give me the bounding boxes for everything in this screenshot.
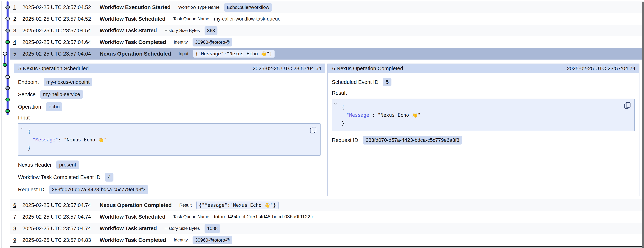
event-detail-label: History Size Bytes bbox=[164, 226, 200, 231]
json-key: "Message" bbox=[346, 112, 372, 118]
result-label: Result bbox=[332, 90, 635, 96]
nexus-operation-scheduled-panel: 5 Nexus Operation Scheduled 2025-02-25 U… bbox=[14, 63, 325, 196]
json-value: : "Nexus Echo 👋" bbox=[58, 137, 107, 143]
timeline-dot-event-8[interactable] bbox=[6, 86, 10, 90]
timeline-dot-event-10[interactable] bbox=[6, 109, 10, 113]
event-id-link[interactable]: 9 bbox=[13, 237, 17, 243]
event-row-9[interactable]: 9 2025-02-25 UTC 23:57:04.83 Workflow Ta… bbox=[10, 234, 642, 246]
event-detail-label: Input bbox=[179, 51, 188, 56]
next-row-top-border bbox=[10, 246, 642, 248]
json-value: : "Nexus Echo 👋" bbox=[372, 112, 420, 118]
event-timestamp: 2025-02-25 UTC 23:57:04.74 bbox=[22, 214, 100, 220]
panel-header: 6 Nexus Operation Completed 2025-02-25 U… bbox=[328, 64, 639, 73]
event-timestamp: 2025-02-25 UTC 23:57:04.54 bbox=[22, 27, 100, 33]
field-value-badge: my-hello-service bbox=[40, 90, 83, 99]
request-id-field: Request ID 283fd070-d57a-4423-bdca-c5c77… bbox=[18, 185, 320, 194]
event-type: Workflow Task Completed bbox=[100, 39, 166, 45]
field-value-badge: echo bbox=[46, 102, 62, 111]
event-id-link[interactable]: 1 bbox=[13, 4, 17, 10]
wft-completed-event-id-field: Workflow Task Completed Event ID 4 bbox=[18, 173, 320, 182]
event-id-link[interactable]: 8 bbox=[13, 226, 17, 232]
input-label: Input bbox=[18, 115, 320, 121]
field-label: Nexus Header bbox=[18, 162, 52, 168]
timeline-dot-event-2[interactable] bbox=[6, 17, 10, 20]
field-value-badge: 4 bbox=[105, 173, 114, 182]
event-input-json-badge: {"Message":"Nexus Echo 👋"} bbox=[193, 50, 274, 57]
field-value-badge: 283fd070-d57a-4423-bdca-c5c779e6a3f3 bbox=[49, 185, 148, 194]
json-brace: } bbox=[28, 145, 31, 151]
event-row-8[interactable]: 8 2025-02-25 UTC 23:57:04.74 Workflow Ta… bbox=[10, 223, 642, 234]
event-row-7[interactable]: 7 2025-02-25 UTC 23:57:04.74 Workflow Ta… bbox=[10, 211, 642, 223]
event-detail-label: Task Queue Name bbox=[173, 214, 209, 219]
event-detail-label: Result bbox=[179, 203, 192, 208]
result-json-viewer: { "Message": "Nexus Echo 👋" } bbox=[332, 99, 635, 131]
field-value-badge: 283fd070-d57a-4423-bdca-c5c779e6a3f3 bbox=[363, 136, 462, 145]
event-detail-value-badge: EchoCallerWorkflow bbox=[224, 3, 272, 12]
timeline-dot-event-4[interactable] bbox=[6, 40, 10, 44]
service-field: Service my-hello-service bbox=[18, 90, 320, 99]
event-id-link[interactable]: 2 bbox=[13, 16, 17, 22]
json-brace: } bbox=[342, 121, 344, 126]
vertical-scrollbar[interactable] bbox=[642, 1, 644, 248]
event-id-link[interactable]: 4 bbox=[13, 39, 17, 45]
task-queue-link[interactable]: totoro:f494fecf-2d51-4d48-bdcd-036a0f912… bbox=[214, 214, 314, 220]
panel-title: 6 Nexus Operation Completed bbox=[332, 65, 403, 71]
copy-icon[interactable] bbox=[624, 101, 632, 109]
event-id-link[interactable]: 7 bbox=[13, 214, 17, 220]
event-result-json-badge: {"Message":"Nexus Echo 👋"} bbox=[196, 201, 278, 209]
event-detail-label: Task Queue Name bbox=[173, 16, 209, 21]
panel-header: 5 Nexus Operation Scheduled 2025-02-25 U… bbox=[14, 64, 325, 73]
event-id-link[interactable]: 5 bbox=[13, 51, 17, 57]
event-type: Workflow Task Started bbox=[100, 225, 157, 232]
event-row-4[interactable]: 4 2025-02-25 UTC 23:57:04.64 Workflow Ta… bbox=[10, 36, 642, 48]
event-timestamp: 2025-02-25 UTC 23:57:04.83 bbox=[22, 237, 100, 243]
endpoint-field: Endpoint my-nexus-endpoint bbox=[18, 78, 320, 86]
event-row-6[interactable]: 6 2025-02-25 UTC 23:57:04.74 Nexus Opera… bbox=[10, 199, 642, 211]
event-row-1[interactable]: 1 2025-02-25 UTC 23:57:04.52 Workflow Ex… bbox=[10, 1, 642, 13]
event-row-5-selected[interactable]: 5 2025-02-25 UTC 23:57:04.64 Nexus Opera… bbox=[10, 48, 642, 59]
event-type: Workflow Task Scheduled bbox=[100, 214, 166, 220]
field-label: Scheduled Event ID bbox=[332, 79, 378, 85]
copy-icon[interactable] bbox=[309, 126, 317, 134]
event-type: Workflow Task Completed bbox=[100, 237, 166, 243]
event-type: Workflow Task Scheduled bbox=[100, 16, 166, 22]
event-detail-value-badge: 30960@totoro@ bbox=[192, 236, 232, 244]
event-id-link[interactable]: 6 bbox=[13, 202, 17, 208]
field-label: Operation bbox=[18, 104, 41, 110]
nexus-operation-completed-panel: 6 Nexus Operation Completed 2025-02-25 U… bbox=[328, 63, 640, 196]
panel-title: 5 Nexus Operation Scheduled bbox=[18, 65, 89, 71]
panel-body: Endpoint my-nexus-endpoint Service my-he… bbox=[14, 73, 325, 196]
nexus-header-field: Nexus Header present bbox=[18, 161, 320, 169]
field-label: Service bbox=[18, 91, 36, 97]
event-history-table: 1 2025-02-25 UTC 23:57:04.52 Workflow Ex… bbox=[10, 1, 642, 59]
event-timestamp: 2025-02-25 UTC 23:57:04.74 bbox=[22, 202, 100, 208]
request-id-field: Request ID 283fd070-d57a-4423-bdca-c5c77… bbox=[332, 136, 635, 145]
timeline-dot-event-3[interactable] bbox=[6, 29, 10, 32]
field-label: Endpoint bbox=[18, 79, 39, 85]
event-timestamp: 2025-02-25 UTC 23:57:04.64 bbox=[22, 39, 100, 45]
event-detail-value-badge: 1088 bbox=[204, 224, 220, 233]
event-row-3[interactable]: 3 2025-02-25 UTC 23:57:04.54 Workflow Ta… bbox=[10, 25, 642, 36]
panel-timestamp: 2025-02-25 UTC 23:57:04.64 bbox=[253, 65, 321, 71]
field-value-badge: 5 bbox=[383, 78, 392, 86]
panel-body: Scheduled Event ID 5 Result { "Message":… bbox=[328, 73, 639, 145]
task-queue-link[interactable]: my-caller-workflow-task-queue bbox=[214, 16, 280, 22]
event-type: Nexus Operation Completed bbox=[100, 202, 172, 208]
scheduled-event-id-field: Scheduled Event ID 5 bbox=[332, 78, 635, 86]
event-id-link[interactable]: 3 bbox=[13, 27, 17, 33]
timeline-dot-event-1[interactable] bbox=[6, 5, 10, 9]
event-timestamp: 2025-02-25 UTC 23:57:04.64 bbox=[22, 51, 100, 57]
timeline-dot-event-6[interactable] bbox=[3, 63, 7, 67]
field-label: Workflow Task Completed Event ID bbox=[18, 174, 100, 180]
timeline-dot-event-7[interactable] bbox=[6, 75, 10, 79]
field-value-badge: my-nexus-endpoint bbox=[44, 78, 92, 86]
timeline-dot-event-5[interactable] bbox=[3, 52, 7, 55]
field-value-badge: present bbox=[56, 161, 79, 169]
field-label: Request ID bbox=[332, 137, 358, 143]
json-brace: { bbox=[28, 129, 31, 134]
event-type: Workflow Execution Started bbox=[100, 4, 170, 10]
event-row-2[interactable]: 2 2025-02-25 UTC 23:57:04.52 Workflow Ta… bbox=[10, 13, 642, 25]
event-detail-label: Identity bbox=[174, 238, 188, 243]
timeline-dot-event-9[interactable] bbox=[6, 98, 10, 101]
event-detail-label: Identity bbox=[174, 39, 188, 45]
